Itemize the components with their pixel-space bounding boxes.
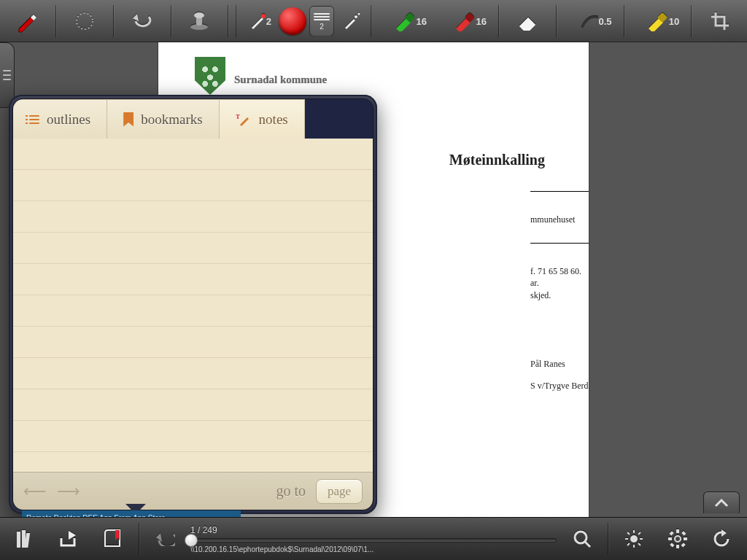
svg-rect-21 xyxy=(669,531,673,535)
svg-point-16 xyxy=(675,536,681,542)
org-crest-icon xyxy=(195,57,225,95)
highlighter-red[interactable]: 16 xyxy=(438,5,491,37)
page-indicator: 1 / 249 xyxy=(190,525,557,535)
popover-tab-bar: outlines bookmarks T notes xyxy=(13,99,373,139)
svg-rect-23 xyxy=(681,531,686,535)
popover-footer: ⟵ ⟶ go to page xyxy=(13,472,373,510)
notes-list-empty[interactable] xyxy=(13,139,373,472)
doc-line: Pål Ranes xyxy=(530,359,565,369)
svg-point-4 xyxy=(261,14,266,18)
tab-outlines[interactable]: outlines xyxy=(13,99,107,139)
line-tool-value: 0.5 xyxy=(598,15,611,26)
highlighter-green[interactable]: 16 xyxy=(379,5,431,37)
highlighter-yellow[interactable]: 10 xyxy=(631,5,684,37)
doc-line: skjed. xyxy=(530,290,551,300)
tab-bookmarks[interactable]: bookmarks xyxy=(107,99,219,139)
svg-rect-19 xyxy=(668,537,672,540)
highlighter-green-value: 16 xyxy=(417,15,427,26)
line-style-value: 2 xyxy=(320,23,324,31)
settings-button[interactable] xyxy=(659,524,696,554)
file-path: \\10.200.16.15\ephortepubdok$\Surnadal\2… xyxy=(190,545,557,553)
doc-line: f. 71 65 58 60. xyxy=(530,266,581,276)
svg-point-5 xyxy=(355,15,357,18)
toggle-bottom-panel[interactable] xyxy=(703,491,740,513)
brightness-button[interactable] xyxy=(616,524,652,554)
eraser-tool[interactable] xyxy=(506,5,549,37)
line-tool[interactable]: 0.5 xyxy=(564,5,616,37)
svg-point-14 xyxy=(575,532,587,543)
slider-knob[interactable] xyxy=(185,534,198,547)
svg-rect-11 xyxy=(17,532,20,548)
pen-settings-group: 2 2 xyxy=(236,5,371,37)
doc-line: ar. xyxy=(530,278,539,288)
svg-rect-17 xyxy=(676,529,679,533)
svg-point-3 xyxy=(194,12,204,18)
history-forward-button[interactable]: ⟶ xyxy=(57,482,80,501)
bookmark-panel-button[interactable] xyxy=(95,524,131,554)
tab-notes[interactable]: T notes xyxy=(220,99,305,139)
brush-options[interactable] xyxy=(337,5,366,37)
highlighter-yellow-value: 10 xyxy=(669,15,679,26)
svg-rect-22 xyxy=(681,542,685,547)
history-back-button[interactable]: ⟵ xyxy=(23,482,47,501)
doc-line: mmunehuset xyxy=(530,214,575,225)
navigation-popover: outlines bookmarks T notes ⟵ ⟶ go to pag… xyxy=(9,95,377,514)
page-slider[interactable] xyxy=(190,538,557,542)
svg-rect-18 xyxy=(676,545,679,548)
annotation-toolbar: 2 2 16 16 0.5 10 xyxy=(0,0,747,42)
svg-rect-24 xyxy=(670,542,674,547)
page-slider-area: 1 / 249 \\10.200.16.15\ephortepubdok$\Su… xyxy=(190,524,557,554)
color-wheel-tool[interactable] xyxy=(63,5,106,37)
org-name: Surnadal kommune xyxy=(234,74,327,86)
goto-label: go to xyxy=(276,483,306,499)
stamp-tool[interactable] xyxy=(178,5,220,37)
highlighter-red-value: 16 xyxy=(476,15,487,26)
search-button[interactable] xyxy=(564,524,600,554)
svg-rect-20 xyxy=(684,537,687,540)
tab-outlines-label: outlines xyxy=(47,112,90,128)
bottom-toolbar: 1 / 249 \\10.200.16.15\ephortepubdok$\Su… xyxy=(0,517,747,560)
pen-size-value: 2 xyxy=(266,15,271,26)
refresh-button[interactable] xyxy=(703,524,740,554)
note-pen-icon: T xyxy=(236,112,252,128)
back-button[interactable] xyxy=(147,524,183,554)
undo-tool[interactable] xyxy=(121,5,163,37)
share-button[interactable] xyxy=(51,524,88,554)
document-title: Møteinnkalling xyxy=(449,152,545,168)
pen-size[interactable]: 2 xyxy=(241,5,276,37)
bookmark-icon xyxy=(123,112,133,127)
goto-page-button[interactable]: page xyxy=(316,479,363,504)
svg-point-15 xyxy=(630,535,638,542)
crop-tool[interactable] xyxy=(699,5,741,37)
pen-tool[interactable] xyxy=(6,5,48,37)
library-button[interactable] xyxy=(7,524,44,554)
list-icon xyxy=(29,115,39,124)
svg-point-0 xyxy=(77,13,93,29)
doc-line: S v/Trygve Berdal xyxy=(530,381,589,391)
tab-notes-label: notes xyxy=(259,112,288,128)
line-style-button[interactable]: 2 xyxy=(309,6,334,36)
tab-bookmarks-label: bookmarks xyxy=(141,112,202,128)
svg-text:T: T xyxy=(236,113,240,120)
svg-point-6 xyxy=(358,12,360,15)
color-swatch-red[interactable] xyxy=(279,7,306,35)
